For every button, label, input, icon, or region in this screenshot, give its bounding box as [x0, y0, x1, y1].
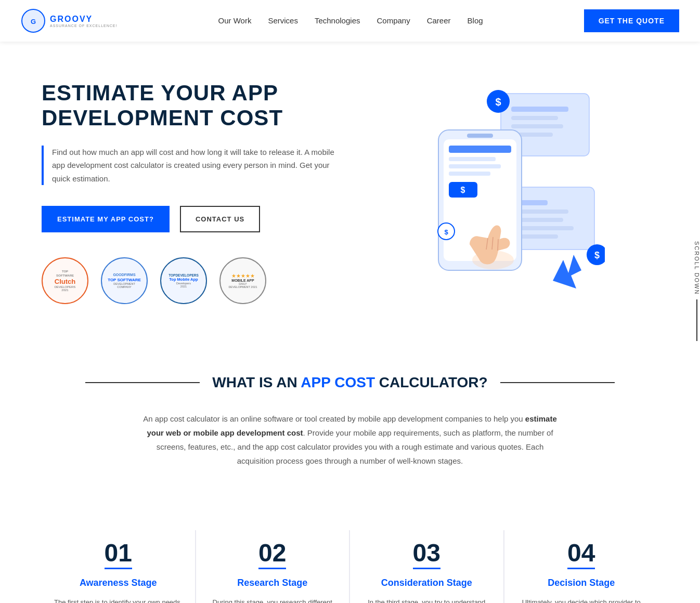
brand-tagline: ASSURANCE OF EXCELLENCE! [50, 24, 117, 28]
nav-links: Our Work Services Technologies Company C… [218, 16, 483, 25]
section-title-row: WHAT IS AN APP COST CALCULATOR? [42, 374, 658, 391]
svg-rect-13 [516, 218, 563, 222]
svg-marker-32 [553, 255, 581, 289]
contact-us-button[interactable]: CONTACT US [180, 206, 260, 232]
get-quote-button[interactable]: GET THE QUOTE [584, 9, 679, 32]
svg-text:G: G [31, 18, 36, 25]
stage-number-1: 01 [105, 541, 132, 569]
hero-right: $ $ [343, 83, 658, 302]
stage-desc-2: During this stage, you research differen… [209, 597, 337, 603]
estimate-cost-button[interactable]: ESTIMATE MY APP COST? [42, 206, 170, 232]
svg-rect-4 [511, 107, 568, 112]
nav-services[interactable]: Services [268, 16, 298, 25]
svg-rect-25 [449, 146, 511, 153]
stage-research: 02 Research Stage During this stage, you… [196, 530, 351, 603]
nav-company[interactable]: Company [377, 16, 410, 25]
nav-technologies[interactable]: Technologies [315, 16, 360, 25]
svg-rect-27 [449, 164, 501, 168]
scroll-down-line [696, 299, 697, 341]
stage-title-4: Decision Stage [517, 578, 646, 588]
section-description: An app cost calculator is an online soft… [142, 412, 558, 468]
stages-grid: 01 Awareness Stage The first step is to … [42, 530, 658, 603]
stage-number-2: 02 [258, 541, 286, 569]
badge-clutch: TOPSOFTWARE Clutch DEVELOPERS2021 [42, 257, 88, 304]
stage-number-3: 03 [413, 541, 440, 569]
calculator-section: WHAT IS AN APP COST CALCULATOR? An app c… [0, 333, 700, 499]
logo-icon: G [21, 8, 46, 33]
hero-left: ESTIMATE YOUR APPDEVELOPMENT COST Find o… [42, 81, 343, 304]
stages-section: 01 Awareness Stage The first step is to … [0, 499, 700, 603]
navbar: G GROOVY ASSURANCE OF EXCELLENCE! Our Wo… [0, 0, 700, 42]
scroll-down-label: Scroll Down [694, 241, 700, 295]
stage-number-4: 04 [567, 541, 595, 569]
hero-illustration: $ $ [397, 83, 605, 302]
scroll-down: Scroll Down [694, 241, 700, 341]
svg-rect-28 [449, 172, 490, 176]
badge-clutch-label: Clutch [55, 278, 75, 285]
svg-rect-26 [449, 157, 496, 161]
svg-rect-24 [467, 134, 493, 138]
svg-rect-5 [511, 116, 558, 120]
svg-rect-6 [511, 124, 563, 128]
badge-mobile-app-daily: ★★★★★ MOBILE APP DAILYDEVELOPMENT 2021 [219, 257, 266, 304]
svg-text:$: $ [495, 96, 501, 108]
section-title: WHAT IS AN APP COST CALCULATOR? [212, 374, 487, 391]
svg-text:$: $ [461, 186, 465, 194]
stage-desc-1: The first step is to identify your own n… [54, 597, 183, 603]
stage-decision: 04 Decision Stage Ultimately, you decide… [504, 530, 659, 603]
stage-desc-4: Ultimately, you decide which provider to… [517, 597, 646, 603]
nav-our-work[interactable]: Our Work [218, 16, 251, 25]
hero-description: Find out how much an app will cost and h… [42, 146, 343, 186]
badge-goodfirms: GoodFirms TOP SOFTWARE DEVELOPMENTCOMPAN… [101, 257, 148, 304]
stage-consideration: 03 Consideration Stage In the third stag… [350, 530, 504, 603]
stage-awareness: 01 Awareness Stage The first step is to … [42, 530, 196, 603]
badges-row: TOPSOFTWARE Clutch DEVELOPERS2021 GoodFi… [42, 257, 343, 304]
stage-title-2: Research Stage [209, 578, 337, 588]
svg-rect-14 [516, 226, 574, 230]
nav-career[interactable]: Career [427, 16, 451, 25]
hero-section: ESTIMATE YOUR APPDEVELOPMENT COST Find o… [0, 42, 700, 333]
stage-title-3: Consideration Stage [362, 578, 491, 588]
stage-title-1: Awareness Stage [54, 578, 183, 588]
hero-buttons: ESTIMATE MY APP COST? CONTACT US [42, 206, 343, 232]
hero-title: ESTIMATE YOUR APPDEVELOPMENT COST [42, 81, 343, 131]
badge-topdev: TopDevelopers Top Mobile App Developers2… [160, 257, 207, 304]
svg-text:$: $ [444, 228, 448, 236]
logo[interactable]: G GROOVY ASSURANCE OF EXCELLENCE! [21, 8, 117, 33]
svg-rect-12 [516, 209, 568, 214]
nav-blog[interactable]: Blog [468, 16, 483, 25]
stage-desc-3: In the third stage, you try to understan… [362, 597, 491, 603]
title-line-left [85, 382, 200, 383]
brand-name: GROOVY [50, 15, 117, 24]
svg-text:$: $ [594, 250, 600, 260]
title-line-right [500, 382, 615, 383]
svg-rect-15 [516, 234, 558, 239]
